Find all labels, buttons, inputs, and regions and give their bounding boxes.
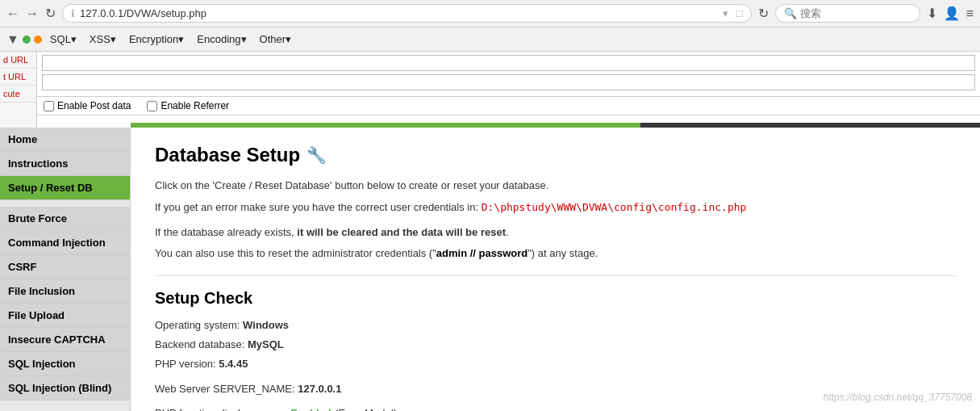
download-icon[interactable]: ⬇ — [927, 6, 937, 21]
back-button[interactable]: ← — [6, 6, 19, 21]
dot-orange — [34, 36, 42, 44]
refresh-button[interactable]: ↻ — [45, 6, 56, 21]
toolbar-dropdown[interactable]: ▼ — [6, 32, 19, 47]
sql-menu[interactable]: SQL▾ — [45, 31, 81, 47]
url-domain: 127.0.0.1 — [80, 7, 123, 19]
dot-green — [23, 36, 31, 44]
reload-button[interactable]: ↻ — [758, 6, 769, 21]
encoding-menu[interactable]: Encoding▾ — [192, 31, 251, 47]
encryption-menu[interactable]: Encryption▾ — [124, 31, 189, 47]
url-bar[interactable]: ℹ 127.0.0.1/DVWA/setup.php ▾ □ — [62, 4, 752, 23]
menu-icon[interactable]: ≡ — [966, 6, 974, 21]
lock-icon: ℹ — [71, 8, 75, 19]
account-icon[interactable]: 👤 — [944, 6, 960, 21]
search-bar[interactable]: 🔍 — [775, 4, 920, 23]
url-text: 127.0.0.1/DVWA/setup.php — [80, 7, 206, 19]
browser-bar: ← → ↻ ℹ 127.0.0.1/DVWA/setup.php ▾ □ ↻ 🔍… — [0, 0, 980, 27]
url-path: /DVWA/setup.php — [123, 7, 206, 19]
forward-button[interactable]: → — [26, 6, 39, 21]
xss-menu[interactable]: XSS▾ — [85, 31, 121, 47]
toolbar: ▼ SQL▾ XSS▾ Encryption▾ Encoding▾ Other▾ — [0, 27, 980, 52]
search-icon: 🔍 — [784, 7, 797, 19]
search-input[interactable] — [800, 7, 897, 19]
dropdown-icon: ▾ — [723, 7, 728, 19]
other-menu[interactable]: Other▾ — [255, 31, 297, 47]
tab-icon: □ — [736, 7, 743, 19]
